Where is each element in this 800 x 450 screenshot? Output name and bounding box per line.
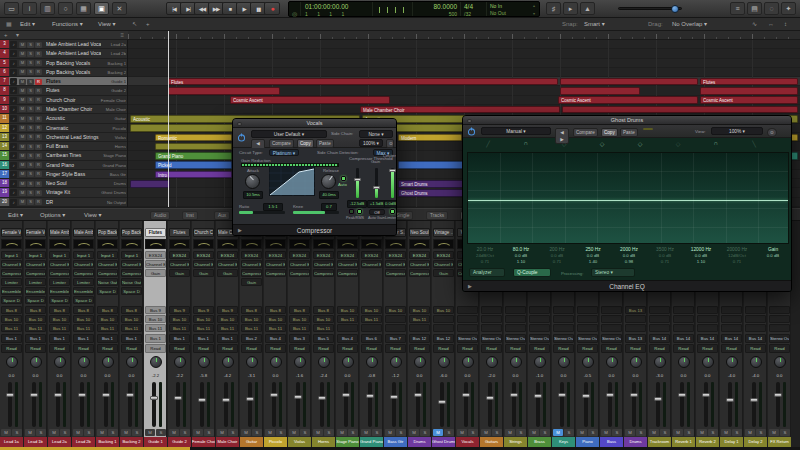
send-slot[interactable]: Bus 10	[1, 315, 22, 323]
insert-slot[interactable]: Space D	[121, 287, 142, 295]
fader-cap[interactable]	[246, 397, 254, 401]
send-slot[interactable]	[673, 306, 694, 314]
mute-button[interactable]: M	[49, 429, 59, 436]
send-slot[interactable]	[385, 324, 406, 332]
solo-button[interactable]: S	[12, 429, 22, 436]
pointer-tool-icon[interactable]: ↖	[132, 18, 137, 31]
strip-label[interactable]: Stage Piano	[336, 437, 359, 447]
send-slot[interactable]: Bus 11	[97, 324, 118, 332]
mute-button[interactable]: M	[457, 429, 467, 436]
record-enable-button[interactable]: R	[35, 97, 42, 103]
pan-knob[interactable]	[582, 356, 594, 368]
solo-button[interactable]: S	[564, 429, 574, 436]
eq-band-column[interactable]: 3500 Hz0.0 dB0.71	[647, 246, 683, 265]
send-slot[interactable]: Bus 8	[289, 306, 310, 314]
lcd-division[interactable]: /32	[464, 11, 486, 18]
send-slot[interactable]	[457, 324, 478, 332]
solo-button[interactable]: S	[36, 429, 46, 436]
insert-slot[interactable]: Channel EQ	[409, 260, 430, 268]
volume-value[interactable]: 0.0	[24, 373, 47, 378]
fader-cap[interactable]	[414, 393, 422, 397]
bell4-band-icon[interactable]: ◇	[671, 140, 685, 147]
send-slot[interactable]: Bus 10	[169, 315, 190, 323]
insert-slot[interactable]: Space D	[97, 287, 118, 295]
strip-label[interactable]: Ghost Drums	[432, 437, 455, 447]
pan-knob[interactable]	[54, 356, 66, 368]
pan-knob[interactable]	[534, 356, 546, 368]
solo-button[interactable]: S	[156, 429, 166, 436]
circuit-type-menu[interactable]: Platinum ▾	[269, 149, 299, 156]
automation-slot[interactable]: Read	[1, 344, 22, 353]
output-slot[interactable]: Bus 12	[409, 334, 430, 343]
paste-button[interactable]: Paste	[316, 139, 334, 148]
strip-label[interactable]: Piccolo	[264, 437, 287, 447]
send-slot[interactable]: Bus 11	[265, 324, 286, 332]
solo-button[interactable]: S	[756, 429, 766, 436]
lcd-stepper[interactable]: ▴▾	[527, 2, 541, 16]
count-in-icon[interactable]: ▸	[563, 2, 578, 15]
strip-label[interactable]: Delay 1	[720, 437, 743, 447]
search-icon[interactable]: ◌	[764, 2, 779, 15]
knee-value[interactable]: 0.7	[321, 203, 337, 211]
output-slot[interactable]: Stereo Out	[505, 334, 526, 343]
insert-slot[interactable]: Space D	[49, 296, 70, 304]
record-enable-button[interactable]: R	[35, 79, 42, 85]
fader-cap[interactable]	[462, 393, 470, 397]
mute-button[interactable]: M	[265, 429, 275, 436]
solo-button[interactable]: S	[27, 199, 34, 205]
record-enable-button[interactable]: R	[35, 42, 42, 48]
output-slot[interactable]: Stereo Out	[553, 334, 574, 343]
insert-slot[interactable]: Channel EQ	[433, 260, 454, 268]
insert-slot[interactable]: Gain	[169, 269, 190, 277]
volume-value[interactable]: -1.6	[288, 373, 311, 378]
solo-button[interactable]: S	[732, 429, 742, 436]
automation-slot[interactable]: Read	[577, 344, 598, 353]
solo-button[interactable]: S	[396, 429, 406, 436]
lcd-gear-icon[interactable]: ◎	[292, 11, 297, 17]
snap-menu[interactable]: Smart ▾	[584, 18, 605, 31]
volume-value[interactable]: -3.1	[240, 373, 263, 378]
strip-label[interactable]: Vocals	[456, 437, 479, 447]
send-slot[interactable]	[649, 324, 670, 332]
send-slot[interactable]: Bus 9	[217, 306, 238, 314]
send-slot[interactable]	[601, 324, 622, 332]
insert-slot[interactable]: Compressor	[1, 269, 22, 277]
automation-slot[interactable]: Read	[313, 344, 334, 353]
strip-label[interactable]: Drums	[624, 437, 647, 447]
mute-button[interactable]: M	[529, 429, 539, 436]
fader-cap[interactable]	[726, 398, 734, 402]
limiter-threshold-value[interactable]: 0.0dB	[384, 200, 397, 208]
library-icon[interactable]: ▭	[4, 2, 19, 15]
automation-slot[interactable]: Read	[289, 344, 310, 353]
fader-cap[interactable]	[342, 393, 350, 397]
automation-slot[interactable]: Read	[721, 344, 742, 353]
send-slot[interactable]	[721, 306, 742, 314]
mute-button[interactable]: M	[19, 60, 26, 66]
record-enable-button[interactable]: R	[35, 60, 42, 66]
record-enable-button[interactable]: R	[35, 144, 42, 150]
input-slot[interactable]: EXS24	[169, 251, 190, 259]
mute-button[interactable]: M	[19, 116, 26, 122]
strip-label[interactable]: Lead 1a	[0, 437, 23, 447]
send-slot[interactable]: Bus 10	[385, 306, 406, 314]
insert-slot[interactable]: Gain	[145, 269, 166, 277]
bell3-band-icon[interactable]: ◇	[633, 140, 647, 147]
quick-help-icon[interactable]: ▥	[40, 2, 55, 15]
disclosure-triangle-icon[interactable]: ▶	[468, 281, 472, 292]
output-slot[interactable]: Bus 2	[241, 334, 262, 343]
pan-knob[interactable]	[126, 356, 138, 368]
mute-button[interactable]: M	[19, 88, 26, 94]
threshold-slider[interactable]	[356, 168, 359, 198]
insert-slot[interactable]: Channel EQ	[1, 260, 22, 268]
insert-slot[interactable]: Gain	[433, 269, 454, 277]
compressor-window[interactable]: Vocals User Default ▾ Side Chain: None ▾…	[232, 118, 397, 236]
send-slot[interactable]: Bus 10	[241, 315, 262, 323]
lcd-signature[interactable]: 4/4	[464, 3, 486, 11]
mixer-strip[interactable]: Female V…Input 1Channel EQCompressorLimi…	[24, 221, 47, 447]
attack-value[interactable]: 10.5ms	[243, 191, 263, 199]
solo-button[interactable]: S	[780, 429, 790, 436]
strip-label[interactable]: Reverb 1	[672, 437, 695, 447]
pan-knob[interactable]	[438, 356, 450, 368]
paste-button[interactable]: Paste	[620, 128, 638, 137]
volume-value[interactable]: 0.0	[600, 373, 623, 378]
